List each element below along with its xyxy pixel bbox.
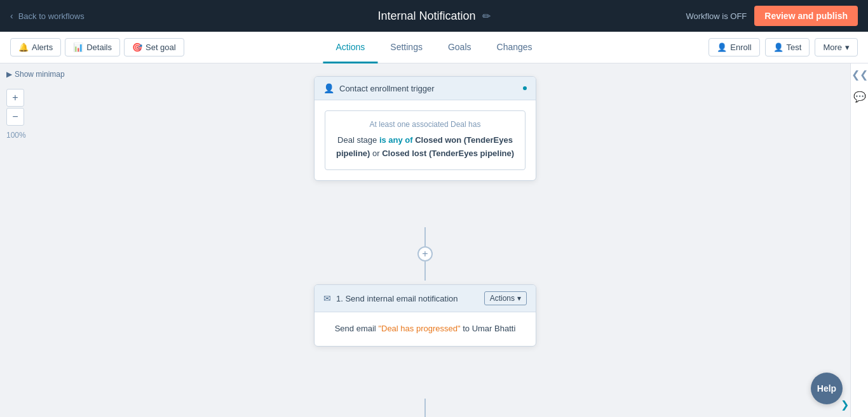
trigger-card: At least one associated Deal has Deal st… — [325, 110, 526, 170]
help-label: Help — [817, 383, 836, 394]
node-actions-label: Actions — [490, 294, 515, 303]
action-body: Send email "Deal has progressed" to Umar… — [315, 312, 536, 346]
dot-indicator — [523, 86, 527, 90]
chevron-right-icon: ▶ — [6, 70, 12, 79]
workflow-title-area: Internal Notification ✏ — [377, 10, 490, 23]
connector-2: + — [417, 399, 433, 417]
details-label: Details — [86, 43, 112, 52]
email-name: "Deal has progressed" — [378, 324, 460, 333]
alerts-button[interactable]: 🔔 Alerts — [10, 38, 61, 56]
minimap-toggle[interactable]: ▶ Show minimap — [6, 70, 65, 79]
connector-1: + — [417, 227, 433, 281]
minimap-label: Show minimap — [15, 70, 65, 79]
connector-line-3 — [424, 399, 426, 417]
toolbar-right: 👤 Enroll 👤 Test More ▾ — [709, 38, 858, 56]
review-publish-button[interactable]: Review and publish — [754, 6, 858, 26]
more-label: More — [823, 43, 842, 52]
tab-actions[interactable]: Actions — [323, 32, 377, 63]
alerts-label: Alerts — [32, 43, 53, 52]
send-email-prefix: Send email — [335, 324, 376, 333]
email-icon: ✉ — [323, 293, 331, 303]
zoom-controls: + − — [6, 89, 24, 126]
goal-icon: 🎯 — [132, 43, 142, 52]
workflow-title: Internal Notification — [377, 10, 475, 23]
right-expand-button[interactable]: ❯ — [841, 399, 849, 411]
enroll-icon: 👤 — [717, 43, 727, 52]
set-goal-button[interactable]: 🎯 Set goal — [124, 38, 184, 56]
trigger-subtitle: At least one associated Deal has — [334, 120, 516, 129]
top-navigation: ‹ Back to workflows Internal Notificatio… — [0, 0, 868, 32]
tabs-navigation: Actions Settings Goals Changes — [323, 32, 545, 63]
node-actions-button[interactable]: Actions ▾ — [484, 291, 527, 305]
trigger-body: At least one associated Deal has Deal st… — [315, 100, 536, 180]
tab-settings[interactable]: Settings — [377, 32, 435, 63]
alert-icon: 🔔 — [18, 43, 29, 52]
trigger-header-text: Contact enrollment trigger — [339, 84, 435, 93]
person-icon: 👤 — [323, 83, 334, 93]
trigger-conditions: Deal stage is any of Closed won (TenderE… — [334, 134, 516, 161]
nav-right-actions: Workflow is OFF Review and publish — [686, 6, 858, 26]
test-button[interactable]: 👤 Test — [765, 38, 810, 56]
comment-icon[interactable]: 💬 — [853, 91, 866, 103]
workflow-canvas-wrapper: ▶ Show minimap + − 100% 👤 Contact enroll… — [0, 63, 868, 417]
zoom-out-button[interactable]: − — [6, 108, 24, 126]
trigger-header: 👤 Contact enrollment trigger — [315, 77, 536, 100]
add-step-button-1[interactable]: + — [417, 246, 433, 261]
back-to-workflows-link[interactable]: ‹ Back to workflows — [10, 11, 85, 21]
help-button[interactable]: Help — [811, 373, 843, 404]
back-label: Back to workflows — [18, 11, 85, 21]
trigger-node-container: 👤 Contact enrollment trigger At least on… — [314, 76, 536, 181]
condition-closed-lost: Closed lost (TenderEyes pipeline) — [382, 149, 514, 158]
toolbar-left: 🔔 Alerts 📊 Details 🎯 Set goal — [10, 38, 184, 56]
details-icon: 📊 — [73, 43, 83, 52]
test-label: Test — [787, 43, 802, 52]
action-header: ✉ 1. Send internal email notification Ac… — [315, 285, 536, 312]
edit-icon[interactable]: ✏ — [482, 10, 491, 22]
tab-goals[interactable]: Goals — [435, 32, 484, 63]
chevron-down-icon: ▾ — [845, 43, 850, 52]
action-body-text: Send email "Deal has progressed" to Umar… — [325, 322, 526, 336]
tab-changes[interactable]: Changes — [484, 32, 545, 63]
test-icon: 👤 — [773, 43, 783, 52]
action-node[interactable]: ✉ 1. Send internal email notification Ac… — [314, 284, 536, 347]
details-button[interactable]: 📊 Details — [65, 38, 120, 56]
node-actions-chevron-icon: ▾ — [517, 294, 521, 303]
enroll-button[interactable]: 👤 Enroll — [709, 38, 759, 56]
connector-line-2 — [424, 261, 426, 281]
more-button[interactable]: More ▾ — [815, 38, 858, 56]
set-goal-label: Set goal — [146, 43, 176, 52]
condition-or: or — [370, 149, 382, 158]
send-to-suffix: to Umar Bhatti — [463, 324, 515, 333]
right-panel-toggle: ❮❮ 💬 — [850, 63, 868, 417]
back-chevron-icon: ‹ — [10, 11, 13, 21]
condition-is-any-of: is any of — [379, 135, 415, 145]
workflow-status: Workflow is OFF — [686, 11, 747, 21]
action-node-container: ✉ 1. Send internal email notification Ac… — [314, 284, 536, 347]
trigger-node[interactable]: 👤 Contact enrollment trigger At least on… — [314, 76, 536, 181]
action-header-left: ✉ 1. Send internal email notification — [323, 293, 458, 303]
workflow-canvas: 👤 Contact enrollment trigger At least on… — [0, 63, 850, 417]
condition-deal-stage: Deal stage — [337, 135, 379, 145]
enroll-label: Enroll — [730, 43, 751, 52]
zoom-in-button[interactable]: + — [6, 89, 24, 107]
toolbar: 🔔 Alerts 📊 Details 🎯 Set goal Actions Se… — [0, 32, 868, 63]
collapse-icon[interactable]: ❮❮ — [851, 69, 868, 81]
connector-line-1 — [424, 227, 426, 246]
action-header-text: 1. Send internal email notification — [336, 294, 458, 303]
